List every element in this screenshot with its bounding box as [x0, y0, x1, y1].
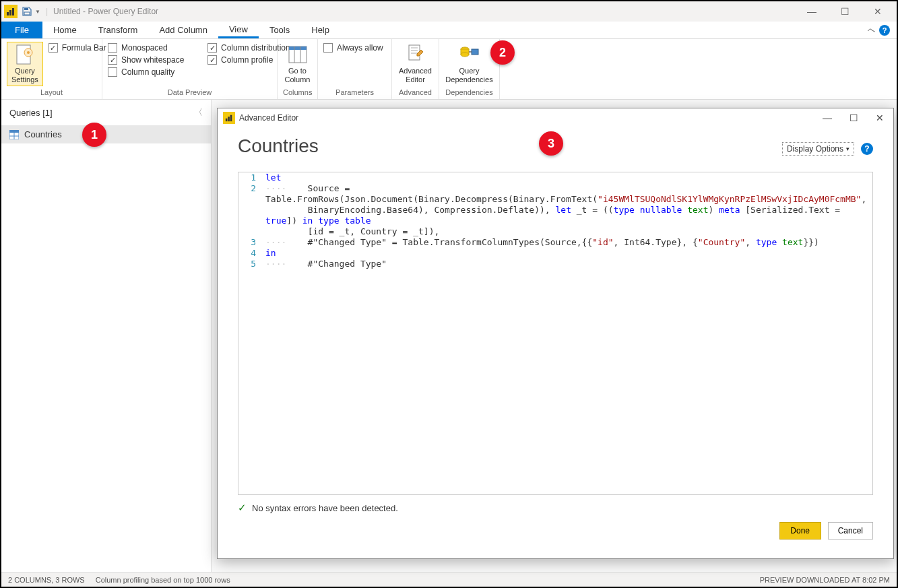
svg-rect-2: [12, 8, 14, 15]
display-options-button[interactable]: Display Options▾: [782, 142, 854, 156]
dialog-title: Advanced Editor: [239, 113, 298, 123]
status-bar: 2 COLUMNS, 3 ROWS Column profiling based…: [1, 572, 897, 587]
dialog-minimize-button[interactable]: —: [819, 112, 836, 123]
syntax-status: ✓ No syntax errors have been detected.: [238, 495, 873, 517]
svg-rect-1: [9, 10, 11, 15]
dialog-maximize-button[interactable]: ☐: [845, 112, 862, 123]
tab-home[interactable]: Home: [42, 22, 88, 38]
window-titlebar: ▼ | Untitled - Power Query Editor — ☐ ✕: [1, 1, 897, 22]
close-button[interactable]: ✕: [868, 6, 887, 17]
group-label-dependencies: Dependencies: [445, 87, 494, 96]
tab-view[interactable]: View: [218, 22, 259, 38]
group-label-advanced: Advanced: [397, 87, 433, 96]
app-icon: [223, 112, 235, 124]
document-pencil-icon: [405, 44, 426, 65]
dialog-titlebar: Advanced Editor — ☐ ✕: [218, 108, 893, 127]
dialog-heading: Countries: [238, 135, 319, 157]
query-settings-button[interactable]: Query Settings: [7, 42, 43, 86]
show-whitespace-checkbox[interactable]: Show whitespace: [108, 54, 202, 66]
group-label-layout: Layout: [7, 87, 96, 96]
chevron-down-icon: ▾: [846, 145, 849, 152]
tab-help[interactable]: Help: [300, 22, 340, 38]
queries-header[interactable]: Queries [1] 〈: [1, 100, 211, 125]
app-icon: [4, 5, 18, 18]
tab-file[interactable]: File: [1, 22, 42, 38]
minimize-button[interactable]: —: [802, 6, 822, 17]
dialog-close-button[interactable]: ✕: [872, 112, 888, 123]
status-profiling: Column profiling based on top 1000 rows: [96, 576, 230, 584]
svg-rect-4: [24, 12, 30, 15]
ribbon-body: Query Settings Formula Bar Layout Monosp…: [1, 39, 897, 100]
help-icon[interactable]: ?: [879, 25, 890, 36]
dependencies-icon: [459, 44, 480, 65]
window-title: Untitled - Power Query Editor: [53, 7, 158, 16]
svg-rect-27: [230, 115, 232, 121]
callout-1: 1: [82, 123, 106, 147]
go-to-column-button[interactable]: Go to Column: [280, 42, 315, 86]
tab-add-column[interactable]: Add Column: [148, 22, 218, 38]
callout-2: 2: [490, 40, 515, 65]
advanced-editor-dialog: Advanced Editor — ☐ ✕ Countries Display …: [217, 108, 894, 559]
svg-rect-26: [228, 117, 230, 121]
svg-point-7: [27, 51, 30, 54]
svg-rect-9: [289, 46, 307, 50]
group-label-data-preview: Data Preview: [108, 87, 271, 96]
chevron-left-icon[interactable]: 〈: [194, 106, 203, 119]
svg-rect-19: [472, 49, 478, 55]
qat-dropdown-icon[interactable]: ▼: [35, 9, 40, 15]
svg-rect-0: [7, 12, 9, 15]
check-icon: ✓: [238, 502, 247, 514]
always-allow-checkbox[interactable]: Always allow: [323, 42, 383, 54]
maximize-button[interactable]: ☐: [835, 6, 855, 17]
table-icon: [9, 130, 19, 139]
gear-page-icon: [14, 44, 36, 65]
ribbon-tabs: File Home Transform Add Column View Tool…: [1, 22, 897, 39]
tab-tools[interactable]: Tools: [259, 22, 300, 38]
callout-3: 3: [539, 131, 563, 156]
group-label-columns: Columns: [283, 87, 312, 96]
tab-transform[interactable]: Transform: [88, 22, 149, 38]
save-icon[interactable]: [22, 6, 32, 17]
help-icon[interactable]: ?: [861, 143, 873, 155]
done-button[interactable]: Done: [779, 522, 821, 540]
column-quality-checkbox[interactable]: Column quality: [108, 66, 202, 78]
queries-panel: Queries [1] 〈 Countries: [1, 100, 212, 572]
code-editor[interactable]: 1let 2···· Source = Table.FromRows(Json.…: [238, 172, 873, 495]
status-columns-rows: 2 COLUMNS, 3 ROWS: [8, 576, 85, 584]
status-preview-time: PREVIEW DOWNLOADED AT 8:02 PM: [760, 576, 890, 584]
svg-point-18: [461, 53, 469, 57]
divider: |: [46, 7, 48, 16]
monospaced-checkbox[interactable]: Monospaced: [108, 42, 202, 54]
query-dependencies-button[interactable]: Query Dependencies: [441, 42, 497, 86]
group-label-parameters: Parameters: [323, 87, 386, 96]
advanced-editor-button[interactable]: Advanced Editor: [394, 42, 437, 86]
ribbon-collapse[interactable]: へ?: [861, 22, 897, 38]
svg-rect-25: [226, 119, 228, 121]
cancel-button[interactable]: Cancel: [828, 522, 873, 540]
svg-rect-3: [24, 8, 28, 10]
table-column-icon: [287, 44, 309, 65]
